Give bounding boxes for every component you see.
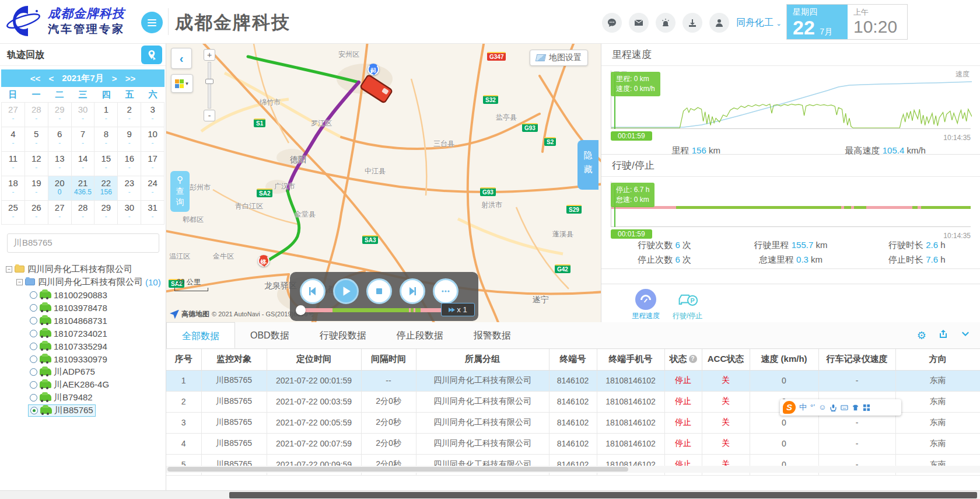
calendar-day-cell[interactable]: 12 -: [25, 152, 48, 176]
calendar-day-cell[interactable]: 29 -: [48, 103, 72, 127]
radio-icon[interactable]: [30, 355, 37, 363]
tree-vehicle-item[interactable]: 18103978478: [28, 301, 163, 314]
calendar-day-cell[interactable]: 21 436.5: [72, 176, 95, 200]
tree-vehicle-item[interactable]: 川AEK286-4G: [28, 378, 163, 391]
company-logo[interactable]: 成都金牌科技 汽车管理专家: [6, 4, 125, 39]
tab-OBD数据[interactable]: OBD数据: [235, 322, 304, 348]
table-horizontal-scrollbar[interactable]: [166, 466, 980, 473]
zoom-slider-handle[interactable]: [205, 79, 214, 84]
gear-icon[interactable]: ⚙: [917, 330, 926, 341]
tree-group-folder[interactable]: − 四川同舟化工科技有限公司 (10): [16, 275, 163, 288]
tree-vehicle-item[interactable]: 川ADP675: [28, 365, 163, 378]
calendar-day-cell[interactable]: 18 -: [1, 176, 25, 200]
column-header[interactable]: 监控对象: [201, 349, 267, 370]
column-header[interactable]: 状态?: [664, 349, 702, 370]
calendar-day-cell[interactable]: 13 -: [48, 152, 72, 176]
calendar-day-cell[interactable]: 28 -: [72, 201, 95, 225]
toolbox-icon[interactable]: [863, 404, 870, 411]
column-header[interactable]: 行车记录仪速度: [818, 349, 895, 370]
calendar-day-cell[interactable]: 10 -: [141, 127, 164, 151]
download-icon[interactable]: [682, 13, 702, 33]
locate-vehicle-button[interactable]: [141, 46, 162, 64]
radio-icon[interactable]: [30, 304, 37, 312]
tree-vehicle-item[interactable]: 18104868731: [28, 314, 163, 327]
chinese-mode-icon[interactable]: 中: [799, 400, 807, 415]
calendar-day-cell[interactable]: 29 -: [94, 201, 118, 225]
keyboard-icon[interactable]: [841, 404, 848, 411]
radio-icon[interactable]: [30, 330, 37, 337]
calendar-day-cell[interactable]: 8 -: [94, 127, 118, 151]
calendar-day-cell[interactable]: 30 -: [72, 103, 95, 127]
tree-vehicle-item[interactable]: 18109330979: [28, 353, 163, 365]
calendar-day-cell[interactable]: 6 -: [48, 127, 72, 151]
alarm-icon[interactable]: [656, 13, 676, 33]
prev-year-button[interactable]: <<: [30, 74, 41, 83]
calendar-day-cell[interactable]: 25 -: [1, 201, 25, 225]
column-header[interactable]: 终端手机号: [597, 349, 664, 370]
mail-icon[interactable]: [629, 13, 649, 33]
calendar-day-cell[interactable]: 30 -: [118, 201, 141, 225]
calendar-day-cell[interactable]: 14 -: [72, 152, 95, 176]
sogou-logo[interactable]: S: [783, 401, 796, 414]
help-icon[interactable]: ?: [689, 355, 697, 363]
page-horizontal-scrollbar[interactable]: [0, 490, 980, 499]
skin-icon[interactable]: [852, 404, 859, 411]
drive-stop-tool[interactable]: P 行驶/停止: [673, 289, 702, 322]
radio-icon[interactable]: [30, 291, 37, 299]
column-header[interactable]: ACC状态: [702, 349, 750, 370]
calendar-day-cell[interactable]: 1 -: [94, 103, 118, 127]
next-year-button[interactable]: >>: [125, 74, 136, 83]
chevron-down-icon[interactable]: [960, 329, 971, 342]
playback-speed-button[interactable]: x 1: [441, 303, 475, 316]
tree-root-folder[interactable]: − 四川同舟化工科技有限公司: [6, 263, 163, 275]
map-canvas[interactable]: 安州区绵阳绵竹市罗江区盐亭县三台县德阳中江县广汉市彭州市射洪市青白江区金堂县蓬溪…: [166, 44, 601, 322]
tab-报警数据[interactable]: 报警数据: [459, 322, 526, 348]
hide-panel-tab[interactable]: 隐 藏: [578, 140, 598, 190]
next-month-button[interactable]: >: [112, 74, 117, 83]
column-header[interactable]: 终端号: [549, 349, 597, 370]
column-header[interactable]: 间隔时间: [361, 349, 416, 370]
chat-icon[interactable]: [602, 13, 622, 33]
zoom-in-button[interactable]: +: [204, 49, 215, 61]
table-row[interactable]: 1川B857652021-07-22 00:01:59--四川同舟化工科技有限公…: [166, 370, 980, 391]
calendar-day-cell[interactable]: 17 -: [141, 152, 164, 176]
punctuation-icon[interactable]: °’: [810, 400, 815, 415]
user-menu[interactable]: 同舟化工 ⌄: [736, 17, 782, 29]
tree-vehicle-item[interactable]: 18107234021: [28, 327, 163, 340]
playback-stop-button[interactable]: [366, 278, 392, 304]
tree-vehicle-item[interactable]: 川B79482: [28, 391, 163, 404]
column-header[interactable]: 方向: [895, 349, 980, 370]
zoom-out-button[interactable]: -: [204, 110, 215, 121]
map-layers-button[interactable]: ▼: [171, 74, 193, 93]
playback-play-button[interactable]: [333, 278, 359, 304]
calendar-day-cell[interactable]: 27 -: [1, 103, 25, 127]
scrollbar-thumb[interactable]: [167, 467, 628, 472]
user-icon[interactable]: [709, 13, 729, 33]
radio-icon[interactable]: [30, 407, 38, 414]
calendar-day-cell[interactable]: 19 -: [25, 176, 48, 200]
mic-icon[interactable]: [830, 404, 837, 411]
tree-vehicle-item[interactable]: 18100290883: [28, 288, 163, 301]
playback-next-button[interactable]: [400, 278, 425, 304]
calendar-day-cell[interactable]: 5 -: [25, 127, 48, 151]
collapse-panel-button[interactable]: ‹: [171, 48, 192, 69]
calendar-day-cell[interactable]: 24 -: [141, 176, 164, 200]
calendar-day-cell[interactable]: 16 -: [118, 152, 141, 176]
radio-icon[interactable]: [30, 343, 37, 350]
calendar-day-cell[interactable]: 26 -: [25, 201, 48, 225]
playback-previous-button[interactable]: [300, 278, 326, 304]
radio-icon[interactable]: [30, 394, 37, 402]
playback-progress-handle[interactable]: [296, 305, 306, 315]
tab-全部数据[interactable]: 全部数据: [166, 322, 235, 348]
emoji-icon[interactable]: ☺: [818, 400, 826, 415]
column-header[interactable]: 所属分组: [416, 349, 549, 370]
mileage-speed-tool[interactable]: 里程速度: [632, 289, 660, 322]
map-settings-button[interactable]: 地图设置: [530, 50, 588, 66]
query-button[interactable]: ⚲ 查 询: [170, 171, 190, 212]
tab-行驶段数据[interactable]: 行驶段数据: [304, 322, 382, 348]
route-end-marker[interactable]: 终: [258, 255, 270, 267]
calendar-day-cell[interactable]: 31 -: [141, 201, 164, 225]
column-header[interactable]: 序号: [166, 349, 201, 370]
route-start-marker[interactable]: 起: [368, 64, 379, 75]
calendar-day-cell[interactable]: 4 -: [1, 127, 25, 151]
